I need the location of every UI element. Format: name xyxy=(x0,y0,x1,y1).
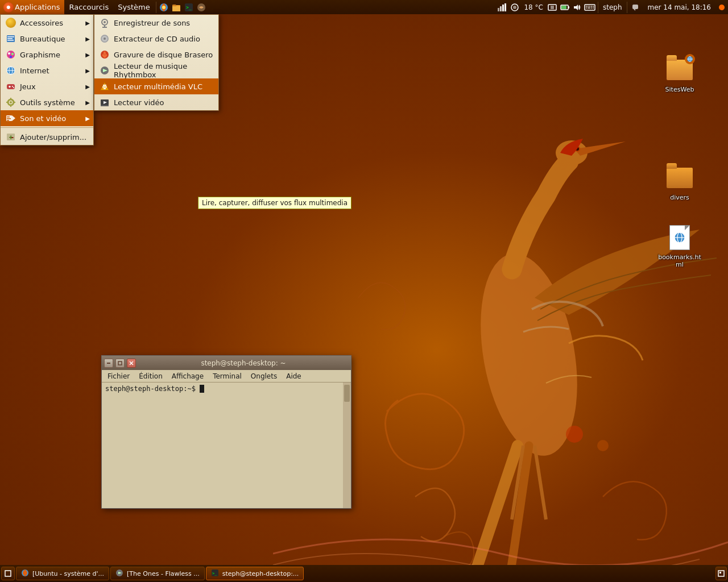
svg-rect-65 xyxy=(7,118,11,119)
menu-item-enregistreur[interactable]: Enregistreur de sons xyxy=(94,15,218,31)
menu-item-extracteur[interactable]: Extracteur de CD audio xyxy=(94,31,218,47)
taskbar-right xyxy=(715,567,727,580)
raccourcis-menu-button[interactable]: Raccourcis xyxy=(64,0,113,14)
taskbar-btn-terminal[interactable]: >_ steph@steph-desktop:... xyxy=(206,567,304,580)
terminal-body[interactable]: steph@steph-desktop:~$ xyxy=(102,383,351,508)
svg-rect-35 xyxy=(591,7,592,9)
desktop-icon-divers[interactable]: divers xyxy=(654,162,705,203)
show-desktop-button[interactable] xyxy=(1,567,15,580)
svg-point-45 xyxy=(11,53,14,55)
menu-item-lecteur-video[interactable]: Lecteur vidéo xyxy=(94,94,218,110)
accessoires-icon xyxy=(5,17,16,28)
terminal-menu-aide[interactable]: Aide xyxy=(283,370,305,383)
svg-rect-100 xyxy=(5,571,11,576)
menu-item-graphisme[interactable]: Graphisme ▶ xyxy=(1,47,93,63)
terminal-menu-affichage[interactable]: Affichage xyxy=(168,370,207,383)
svg-rect-83 xyxy=(102,86,107,88)
svg-rect-37 xyxy=(632,5,638,9)
svg-point-7 xyxy=(597,440,609,451)
terminal-menu-edition[interactable]: Édition xyxy=(135,370,166,383)
terminal-close-button[interactable] xyxy=(127,359,136,368)
svg-rect-42 xyxy=(7,40,14,41)
taskbar-right-btn-1[interactable] xyxy=(715,567,727,580)
quicklaunch-terminal-ql[interactable]: >_ xyxy=(183,1,195,14)
arrow-icon: ▶ xyxy=(85,52,90,58)
svg-rect-25 xyxy=(561,6,566,9)
scrollbar-thumb[interactable] xyxy=(344,385,350,402)
system-tray: 18 °C xyxy=(494,0,728,14)
systeme-label: Système xyxy=(118,3,150,11)
quicklaunch-firefox[interactable] xyxy=(158,1,170,14)
menu-item-brasero[interactable]: Gravure de disque Brasero xyxy=(94,47,218,63)
svg-rect-64 xyxy=(7,117,10,118)
menu-item-accessoires[interactable]: Accessoires ▶ xyxy=(1,15,93,31)
desktop-icon-sitesweb[interactable]: SitesWeb xyxy=(654,54,705,95)
clock-display[interactable]: mer 14 mai, 18:16 xyxy=(642,0,717,14)
menu-item-bureautique[interactable]: Bureautique ▶ xyxy=(1,31,93,47)
svg-rect-85 xyxy=(104,88,106,89)
desktop-icon-bookmarks[interactable]: bookmarks.html xyxy=(654,222,705,271)
menu-item-ajouter[interactable]: + - Ajouter/supprim... xyxy=(1,129,93,145)
terminal-minimize-button[interactable] xyxy=(104,359,113,368)
taskbar: [Ubuntu - système d'... [The Ones - Flaw… xyxy=(0,565,728,582)
svg-rect-73 xyxy=(102,27,107,28)
keyboard-icon[interactable] xyxy=(584,2,595,13)
svg-rect-16 xyxy=(500,6,502,11)
screen-icon[interactable] xyxy=(547,2,558,13)
menu-item-vlc[interactable]: Lecteur multimédia VLC xyxy=(94,78,218,94)
svg-marker-38 xyxy=(634,9,635,11)
arrow-icon: ▶ xyxy=(85,36,90,42)
svg-rect-18 xyxy=(504,3,506,11)
terminal-menu-fichier[interactable]: Fichier xyxy=(104,370,133,383)
terminal-titlebar: steph@steph-desktop: ~ xyxy=(102,356,351,370)
systeme-menu-button[interactable]: Système xyxy=(113,0,154,14)
svg-rect-33 xyxy=(586,7,587,9)
svg-rect-88 xyxy=(101,105,109,106)
quicklaunch-gimp[interactable] xyxy=(195,1,208,14)
applications-menu-button[interactable]: ● Applications xyxy=(0,0,64,14)
svg-point-57 xyxy=(10,101,12,103)
arrow-icon: ▶ xyxy=(85,115,90,122)
network-icon[interactable] xyxy=(497,2,508,13)
terminal-maximize-button[interactable] xyxy=(115,359,125,368)
svg-rect-15 xyxy=(498,8,499,11)
rhythmbox-icon xyxy=(99,65,110,76)
applications-menu: Accessoires ▶ Bureautique ▶ xyxy=(0,14,94,146)
svg-rect-97 xyxy=(118,361,122,365)
terminal-cursor xyxy=(200,385,204,393)
taskbar-btn-ubuntu-sys[interactable]: [Ubuntu - système d'... xyxy=(16,567,109,580)
menu-item-rhythmbox[interactable]: Lecteur de musique Rhythmbox xyxy=(94,63,218,78)
svg-text:>_: >_ xyxy=(186,5,192,10)
terminal-scrollbar[interactable] xyxy=(343,383,351,508)
svg-rect-96 xyxy=(107,363,110,364)
taskbar-icon-music xyxy=(115,569,125,578)
menu-item-internet[interactable]: Internet ▶ xyxy=(1,63,93,78)
menu-item-son-video[interactable]: Son et vidéo ▶ xyxy=(1,110,93,126)
menu-item-outils-systeme[interactable]: Outils système ▶ xyxy=(1,94,93,110)
svg-point-9 xyxy=(162,6,166,9)
svg-marker-63 xyxy=(12,115,15,121)
terminal-menu-onglets[interactable]: Onglets xyxy=(247,370,280,383)
svg-point-54 xyxy=(12,86,13,87)
power-icon[interactable] xyxy=(559,2,570,13)
svg-rect-53 xyxy=(9,86,11,87)
web-globe-badge xyxy=(685,54,695,64)
volume-icon[interactable] xyxy=(572,2,583,13)
svg-rect-58 xyxy=(10,98,11,99)
extracteur-icon xyxy=(99,33,110,44)
taskbar-btn-the-ones[interactable]: [The Ones - Flawless ... xyxy=(110,567,205,580)
terminal-menu-terminal[interactable]: Terminal xyxy=(209,370,245,383)
folder-icon xyxy=(667,168,693,188)
svg-rect-59 xyxy=(10,105,11,107)
menu-item-jeux[interactable]: Jeux ▶ xyxy=(1,78,93,94)
svg-rect-106 xyxy=(719,572,721,573)
notification-icon[interactable] xyxy=(630,2,641,13)
graphisme-icon xyxy=(5,49,16,60)
svg-rect-84 xyxy=(103,85,106,86)
menu-separator xyxy=(1,127,93,128)
temperature-display xyxy=(509,2,520,13)
panel-separator-1 xyxy=(156,2,156,13)
svg-point-6 xyxy=(566,426,583,443)
quicklaunch-files[interactable] xyxy=(170,1,183,14)
svg-rect-24 xyxy=(568,6,569,9)
